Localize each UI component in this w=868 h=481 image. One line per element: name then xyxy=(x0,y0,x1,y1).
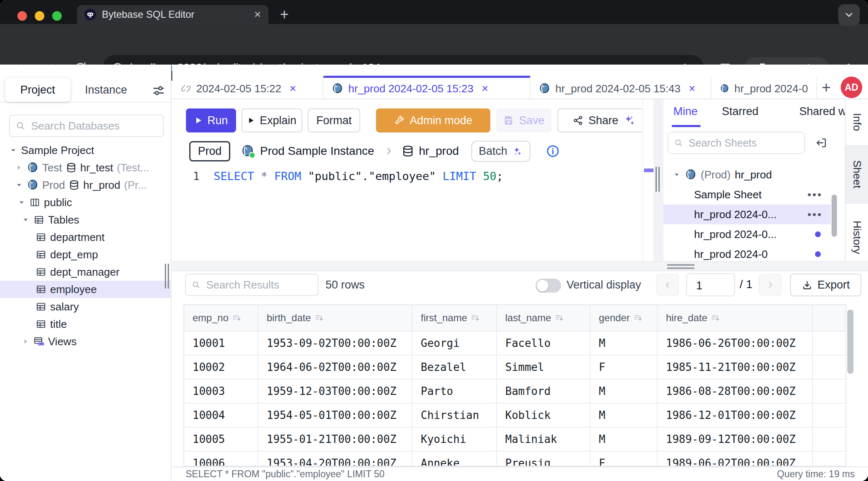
tree-item-project[interactable]: Sample Project xyxy=(0,142,171,159)
sheet-tab-1[interactable]: 2024-02-05 15:22 × xyxy=(172,76,323,99)
tree-item-database-test[interactable]: Test hr_test (Test... xyxy=(0,159,171,176)
share-button[interactable]: Share xyxy=(557,108,651,132)
table-row[interactable]: 100041954-05-01T00:00:00ZChirstianKoblic… xyxy=(184,404,846,428)
user-avatar[interactable]: AD xyxy=(841,77,862,98)
sheet-search-input[interactable] xyxy=(668,132,805,154)
batch-button[interactable]: Batch xyxy=(471,141,530,162)
filter-settings-icon[interactable] xyxy=(152,84,166,98)
more-menu-icon[interactable]: ••• xyxy=(808,208,822,221)
tree-item-schema-public[interactable]: public xyxy=(0,194,171,211)
tab-project[interactable]: Project xyxy=(5,78,70,102)
database-suffix: (Pr... xyxy=(124,179,147,192)
sheet-scrollbar-thumb[interactable] xyxy=(832,195,837,237)
horizontal-splitter[interactable] xyxy=(172,261,868,271)
format-button[interactable]: Format xyxy=(308,108,360,132)
tab-search-button[interactable] xyxy=(838,4,860,26)
table-row[interactable]: 100061953-04-20T00:00:00ZAnnekePreusigF1… xyxy=(184,452,846,467)
traffic-close-button[interactable] xyxy=(17,11,27,21)
tab-mine[interactable]: Mine xyxy=(673,105,698,118)
sheet-tab-4[interactable]: hr_prod 2024-0 xyxy=(711,76,817,99)
rail-tab-label: Sheet xyxy=(851,160,863,188)
database-name[interactable]: hr_prod xyxy=(419,144,459,158)
sheet-tab-3[interactable]: hr_prod 2024-02-05 15:43 × xyxy=(530,76,711,99)
sheet-item-unsaved[interactable]: hr_prod 2024-0 xyxy=(663,244,831,261)
traffic-zoom-button[interactable] xyxy=(52,11,62,21)
sheet-item-label: Sample Sheet xyxy=(694,188,762,201)
table-row[interactable]: 100021964-06-02T00:00:00ZBezalelSimmelF1… xyxy=(184,356,846,380)
database-search-field[interactable] xyxy=(30,119,157,133)
tree-item-database-prod[interactable]: Prod hr_prod (Pr... xyxy=(0,176,171,194)
column-header[interactable]: hire_date xyxy=(658,305,813,331)
postgres-icon xyxy=(241,144,254,158)
tree-item-table-employee[interactable]: employee xyxy=(0,281,171,298)
sort-icon[interactable] xyxy=(633,313,642,322)
vertical-display-toggle[interactable] xyxy=(535,279,561,293)
column-header[interactable]: gender xyxy=(591,305,658,331)
results-search-input[interactable] xyxy=(185,274,318,296)
explain-button[interactable]: Explain xyxy=(241,108,302,132)
database-search-input[interactable] xyxy=(9,115,164,137)
run-button[interactable]: Run xyxy=(186,108,236,132)
tree-item-views-group[interactable]: Views xyxy=(0,333,171,350)
column-header[interactable]: emp_no xyxy=(184,305,258,331)
sheet-group-row[interactable]: (Prod) hr_prod xyxy=(663,165,831,185)
table-scrollbar-thumb[interactable] xyxy=(847,310,854,374)
sheet-item-selected[interactable]: hr_prod 2024-0... ••• xyxy=(663,204,831,224)
browser-tab[interactable]: Bytebase SQL Editor × xyxy=(77,5,268,24)
column-header[interactable]: birth_date xyxy=(258,305,412,331)
tree-item-table-dept-manager[interactable]: dept_manager xyxy=(0,263,171,281)
tree-item-table-department[interactable]: department xyxy=(0,228,171,246)
panel-resize-gutter[interactable] xyxy=(653,99,663,261)
sort-icon[interactable] xyxy=(555,313,564,322)
sort-icon[interactable] xyxy=(470,313,480,322)
table-row[interactable]: 100011953-09-02T00:00:00ZGeorgiFacelloM1… xyxy=(184,332,846,356)
tab-shared[interactable]: Shared w xyxy=(799,105,845,118)
rail-tab-sheet[interactable]: Sheet xyxy=(846,146,868,204)
more-menu-icon[interactable]: ••• xyxy=(808,188,822,201)
chevron-right-icon xyxy=(384,147,393,156)
sort-icon[interactable] xyxy=(232,313,241,322)
sheet-item-unsaved[interactable]: hr_prod 2024-0... xyxy=(663,224,831,244)
sheet-search-field[interactable] xyxy=(688,137,798,149)
tree-item-table-dept-emp[interactable]: dept_emp xyxy=(0,246,171,263)
traffic-minimize-button[interactable] xyxy=(35,11,44,21)
side-rail: Info Sheet History xyxy=(845,99,868,271)
page-number-field[interactable] xyxy=(695,279,734,293)
info-icon[interactable] xyxy=(546,144,559,158)
sql-line[interactable]: 1 SELECT * FROM "public"."employee" LIMI… xyxy=(172,170,503,183)
horizontal-drag-handle[interactable] xyxy=(667,264,694,271)
sort-icon[interactable] xyxy=(711,313,720,322)
close-icon[interactable]: × xyxy=(689,82,695,95)
table-row[interactable]: 100051955-01-21T00:00:00ZKyoichiMaliniak… xyxy=(184,428,846,452)
column-header[interactable]: first_name xyxy=(412,305,497,331)
import-sheet-icon[interactable] xyxy=(815,137,827,149)
rail-tab-info[interactable]: Info xyxy=(846,99,868,146)
tab-starred[interactable]: Starred xyxy=(722,105,759,118)
tab-instance[interactable]: Instance xyxy=(77,78,135,102)
sort-icon[interactable] xyxy=(314,313,323,322)
sheet-item-sample[interactable]: Sample Sheet ••• xyxy=(663,185,831,204)
sheet-tab-2-active[interactable]: hr_prod 2024-02-05 15:23 × xyxy=(323,76,530,99)
column-header[interactable]: last_name xyxy=(497,305,591,331)
table-row[interactable]: 100031959-12-03T00:00:00ZPartoBamfordM19… xyxy=(184,380,846,404)
instance-name[interactable]: Prod Sample Instance xyxy=(260,144,374,158)
tree-item-table-salary[interactable]: salary xyxy=(0,298,171,315)
admin-mode-button[interactable]: Admin mode xyxy=(376,108,490,132)
vertical-drag-handle[interactable] xyxy=(656,167,660,192)
prev-page-button[interactable] xyxy=(656,274,679,296)
close-icon[interactable]: × xyxy=(289,82,296,95)
close-icon[interactable]: × xyxy=(482,82,488,95)
editor-minimap[interactable] xyxy=(642,99,653,261)
next-page-button[interactable] xyxy=(759,274,781,296)
environment-chip[interactable]: Prod xyxy=(189,141,230,161)
tree-item-table-title[interactable]: title xyxy=(0,315,171,333)
browser-tab-close-icon[interactable]: × xyxy=(254,8,261,21)
tree-item-tables-group[interactable]: Tables xyxy=(0,211,171,228)
export-button[interactable]: Export xyxy=(790,274,861,296)
add-sheet-button[interactable]: + xyxy=(822,81,831,94)
save-button[interactable]: Save xyxy=(496,108,552,132)
results-search-field[interactable] xyxy=(205,278,312,292)
page-number-input[interactable] xyxy=(686,273,735,296)
sidebar-resize-handle[interactable] xyxy=(165,264,169,289)
browser-new-tab-button[interactable]: + xyxy=(280,7,289,22)
